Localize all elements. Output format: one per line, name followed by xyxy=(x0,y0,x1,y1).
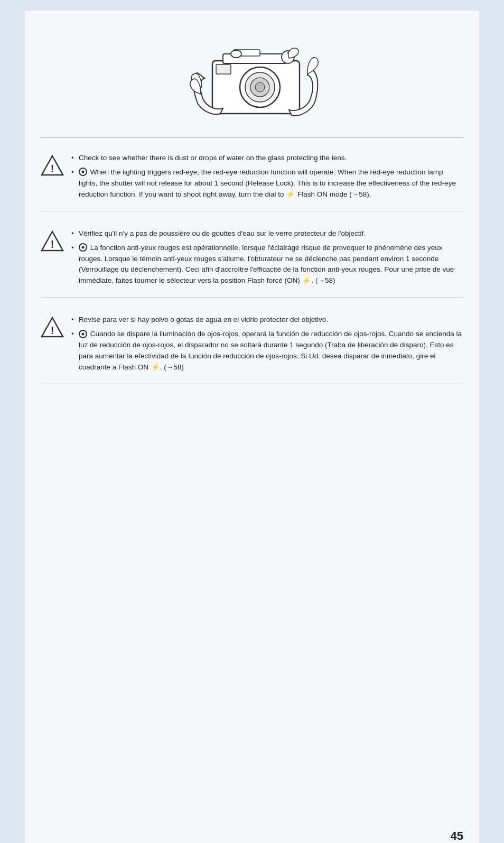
flash-symbol-french: ⚡ xyxy=(302,275,311,286)
red-eye-icon-french xyxy=(79,243,87,252)
svg-text:!: ! xyxy=(51,163,54,174)
svg-text:!: ! xyxy=(51,238,54,250)
svg-point-8 xyxy=(231,50,241,58)
section-block-spanish: ! Revise para ver si hay polvo o gotas d… xyxy=(41,309,463,384)
red-eye-icon-spanish xyxy=(79,330,87,338)
red-eye-icon-english xyxy=(79,168,87,176)
svg-point-6 xyxy=(255,82,265,92)
section-text-spanish: Revise para ver si hay polvo o gotas de … xyxy=(71,314,463,376)
french-bullet2: La fonction anti-yeux rouges est opérati… xyxy=(71,243,463,287)
spanish-bullet1: Revise para ver si hay polvo o gotas de … xyxy=(71,314,463,326)
spanish-bullet2: Cuando se dispare la iluminación de ojos… xyxy=(71,329,463,373)
flash-symbol-english: ⚡ xyxy=(286,189,295,200)
warning-icon-spanish: ! xyxy=(41,316,64,339)
flash-symbol-spanish: ⚡ xyxy=(151,362,160,373)
warning-icon-english: ! xyxy=(41,154,64,177)
section-block-english: ! Check to see whether there is dust or … xyxy=(41,147,463,211)
french-bullet1: Vérifiez qu'il n'y a pas de poussière ou… xyxy=(71,228,463,239)
english-bullet2: When the lighting triggers red-eye, the … xyxy=(71,167,463,200)
section-block-french: ! Vérifiez qu'il n'y a pas de poussière … xyxy=(41,223,463,298)
warning-icon-french: ! xyxy=(41,229,64,253)
page-number: 45 xyxy=(451,829,463,843)
english-bullet1: Check to see whether there is dust or dr… xyxy=(71,153,463,164)
page-container: ! Check to see whether there is dust or … xyxy=(25,11,479,843)
section-text-french: Vérifiez qu'il n'y a pas de poussière ou… xyxy=(71,228,463,290)
svg-rect-7 xyxy=(216,64,231,74)
camera-section xyxy=(41,21,463,138)
camera-illustration xyxy=(183,32,321,127)
section-text-english: Check to see whether there is dust or dr… xyxy=(71,153,463,203)
svg-text:!: ! xyxy=(51,325,54,336)
